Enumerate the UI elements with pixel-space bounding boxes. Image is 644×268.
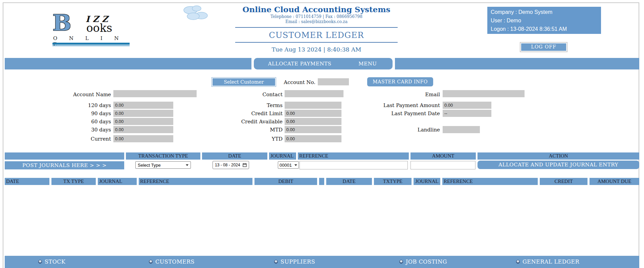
- last-payment-amount-label: Last Payment Amount: [365, 102, 440, 108]
- last-payment-date-label: Last Payment Date: [365, 110, 440, 117]
- menu-item-menu[interactable]: MENU: [358, 61, 377, 67]
- account-name-label: Account Name: [51, 91, 111, 98]
- menu-box: ALLOCATE PAYMENTS MENU: [254, 58, 393, 69]
- aging-90-label: 90 days: [51, 110, 111, 117]
- last-payment-date-field: --: [443, 110, 491, 117]
- credit-limit-field: 0.00: [285, 110, 341, 117]
- journal-header-blank: [5, 152, 124, 160]
- journal-date-input[interactable]: 13 - 08 - 2024: [213, 161, 249, 169]
- aging-60-field: 0.00: [113, 118, 173, 125]
- bizzbooks-logo: B IZZ ooks O N L I N E: [52, 14, 130, 46]
- footer-item-label: CUSTOMERS: [155, 259, 195, 265]
- transaction-type-value: Select Type: [138, 163, 161, 168]
- divider-top: [235, 27, 398, 28]
- journal-date-value: 13 - 08 - 2024: [215, 163, 240, 167]
- mtd-field: 0.00: [285, 126, 341, 133]
- footer-item-label: JOB COSTING: [406, 259, 447, 265]
- account-name-field: [113, 90, 197, 97]
- ledger-left-header-reference: REFERENCE: [139, 178, 252, 185]
- page-title: CUSTOMER LEDGER: [232, 30, 401, 40]
- menu-item-allocate-payments[interactable]: ALLOCATE PAYMENTS: [268, 61, 331, 67]
- select-customer-button[interactable]: Select Customer: [212, 78, 276, 86]
- ytd-label: YTD: [223, 136, 283, 142]
- landline-field: [443, 126, 480, 133]
- ledger-right-header-journal: JOURNAL: [414, 178, 440, 185]
- master-card-info-button[interactable]: MASTER CARD INFO: [367, 77, 433, 86]
- last-payment-amount-field: 0.00: [443, 102, 491, 109]
- bullet-icon: [149, 260, 153, 264]
- cloud-icon: [182, 4, 211, 22]
- journal-number-select[interactable]: 00001: [278, 161, 299, 169]
- aging-current-field: 0.00: [113, 135, 173, 142]
- footer-item-label: SUPPLIERS: [281, 259, 315, 265]
- account-no-label: Account No.: [271, 79, 315, 85]
- ledger-left-header-txtype: TX TYPE: [51, 178, 96, 185]
- bullet-icon: [38, 260, 42, 264]
- landline-label: Landline: [365, 127, 440, 133]
- footer-item-suppliers[interactable]: SUPPLIERS: [274, 259, 315, 265]
- journal-header-date: DATE: [202, 152, 267, 160]
- email-label: Email: [365, 91, 440, 98]
- email-field: [443, 90, 525, 97]
- divider-bottom: [235, 42, 398, 43]
- footer-item-label: STOCK: [45, 259, 65, 265]
- chevron-down-icon: [294, 164, 297, 167]
- calendar-icon: [243, 163, 247, 167]
- ledger-right-header-txtype: TXTYPE: [374, 178, 412, 185]
- logo-ooks: ooks: [86, 23, 112, 34]
- footer-item-label: GENERAL LEDGER: [523, 259, 579, 265]
- mtd-label: MTD: [223, 127, 283, 133]
- session-user: User : Demo: [491, 16, 601, 25]
- chevron-down-icon: [186, 164, 188, 167]
- journal-number-value: 00001: [280, 163, 292, 168]
- aging-120-label: 120 days: [51, 102, 111, 108]
- journal-header-reference: REFERENCE: [298, 152, 409, 160]
- app-title: Online Cloud Accounting Systems: [232, 5, 401, 14]
- ledger-right-header-credit: CREDIT: [540, 178, 587, 185]
- ledger-right-header-amount-due: AMOUNT DUE: [590, 178, 639, 185]
- ledger-right-header-date: DATE: [326, 178, 372, 185]
- aging-current-label: Current: [51, 136, 111, 142]
- session-company: Company : Demo System: [491, 8, 601, 16]
- ledger-left-header-journal: JOURNAL: [98, 178, 137, 185]
- phone-fax-line: Telephone : 0711014759 | Fax : 086695679…: [232, 14, 401, 19]
- footer-item-stock[interactable]: STOCK: [38, 259, 65, 265]
- post-journals-button[interactable]: POST JOURNALS HERE > > >: [5, 161, 124, 169]
- contact-field: [285, 90, 343, 97]
- credit-available-field: 0.00: [285, 118, 341, 125]
- current-datetime: Tue Aug 13 2024 | 8:40:38 AM: [232, 46, 401, 53]
- amount-input[interactable]: [410, 161, 475, 169]
- email-line: Email : sales@bizzbooks.co.za: [232, 19, 401, 24]
- footer-item-customers[interactable]: CUSTOMERS: [149, 259, 195, 265]
- bullet-icon: [399, 260, 403, 264]
- ledger-right-header-reference: REFERENCE: [442, 178, 538, 185]
- aging-60-label: 60 days: [51, 119, 111, 125]
- account-no-field: [318, 78, 349, 85]
- session-logon: Logon : 13-08-2024 8:36:51 AM: [491, 25, 601, 33]
- terms-field: [285, 102, 341, 109]
- bullet-icon: [516, 260, 520, 264]
- journal-header-transaction-type: TRANSACTION TYPE: [126, 152, 200, 160]
- ytd-field: 0.00: [285, 135, 341, 142]
- footer-item-general-ledger[interactable]: GENERAL LEDGER: [516, 259, 579, 265]
- logo-letter-b: B: [52, 12, 71, 34]
- reference-input[interactable]: [299, 161, 408, 169]
- contact-label: Contact: [223, 91, 283, 98]
- journal-header-action: ACTION: [478, 152, 639, 160]
- transaction-type-select[interactable]: Select Type: [135, 161, 191, 169]
- aging-120-field: 0.00: [113, 102, 173, 109]
- aging-30-label: 30 days: [51, 127, 111, 133]
- bullet-icon: [274, 260, 278, 264]
- session-info-box: Company : Demo System User : Demo Logon …: [487, 7, 601, 34]
- aging-30-field: 0.00: [113, 126, 173, 133]
- ledger-left-header-debit: DEBIT: [254, 178, 317, 185]
- allocate-update-journal-button[interactable]: ALLOCATE AND UPDATE JOURNAL ENTRY: [478, 161, 639, 169]
- ledger-header-spacer: [319, 178, 324, 185]
- footer-item-job-costing[interactable]: JOB COSTING: [399, 259, 447, 265]
- credit-available-label: Credit Available: [223, 119, 283, 125]
- ledger-left-header-date: DATE: [5, 178, 49, 185]
- aging-90-field: 0.00: [113, 110, 173, 117]
- credit-limit-label: Credit Limit: [223, 110, 283, 117]
- journal-header-journal: JOURNAL: [269, 152, 296, 160]
- log-off-button[interactable]: LOG OFF: [520, 43, 567, 51]
